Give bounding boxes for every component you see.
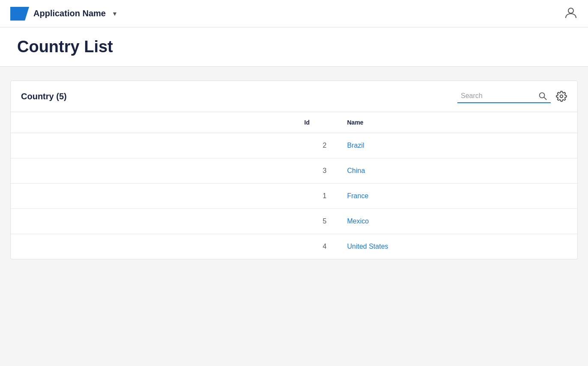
row-spacer [11,184,294,209]
row-spacer [11,133,294,158]
search-container [457,89,551,103]
table-header-row: Id Name [11,112,577,133]
row-name[interactable]: China [337,158,578,184]
page-title: Country List [17,38,571,56]
row-id: 1 [294,184,337,209]
card-title: Country (5) [21,92,67,101]
table-row: 1France [11,184,577,209]
header-left: Application Name ▼ [10,7,118,21]
user-profile-button[interactable] [564,6,578,21]
svg-point-4 [560,95,563,98]
svg-point-2 [540,93,545,98]
col-id-header: Id [294,112,337,133]
app-logo [10,7,29,21]
card-header: Country (5) [11,81,577,112]
table-row: 4United States [11,234,577,259]
search-icon [538,91,547,101]
row-spacer [11,158,294,184]
row-spacer [11,209,294,234]
row-name[interactable]: Brazil [337,133,578,158]
country-table: Id Name 2Brazil3China1France5Mexico4Unit… [11,112,577,259]
page-title-section: Country List [0,27,588,67]
search-input[interactable] [461,92,538,100]
col-spacer-header [11,112,294,133]
search-button[interactable] [538,91,547,101]
svg-line-3 [544,97,546,100]
settings-button[interactable] [556,91,567,102]
table-row: 2Brazil [11,133,577,158]
app-dropdown-arrow[interactable]: ▼ [112,10,118,17]
row-name[interactable]: France [337,184,578,209]
row-id: 2 [294,133,337,158]
svg-point-1 [568,8,573,13]
row-spacer [11,234,294,259]
row-id: 4 [294,234,337,259]
row-id: 3 [294,158,337,184]
card-header-right [457,89,567,103]
row-name[interactable]: United States [337,234,578,259]
gear-icon [556,91,567,102]
app-header: Application Name ▼ [0,0,588,27]
row-id: 5 [294,209,337,234]
main-content: Country (5) [0,67,588,364]
svg-marker-0 [10,7,29,21]
app-name-label: Application Name [33,9,106,18]
table-row: 3China [11,158,577,184]
user-icon [564,6,578,20]
row-name[interactable]: Mexico [337,209,578,234]
table-row: 5Mexico [11,209,577,234]
country-card: Country (5) [10,80,578,259]
col-name-header: Name [337,112,578,133]
